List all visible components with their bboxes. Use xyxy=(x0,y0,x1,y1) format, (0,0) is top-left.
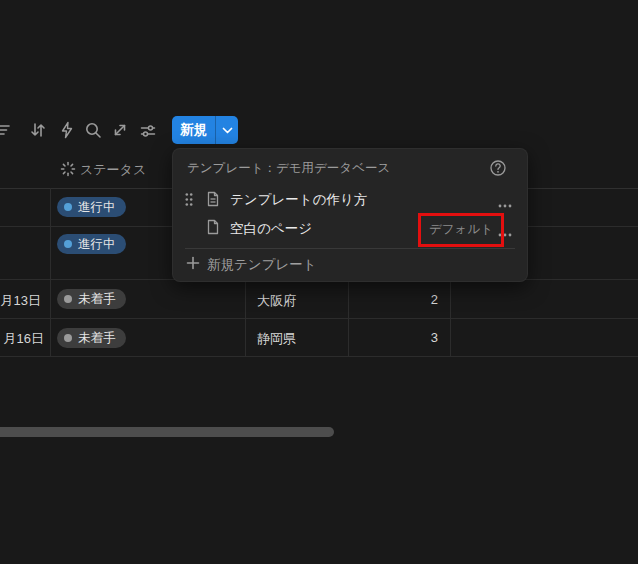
grid-line xyxy=(0,318,638,319)
status-label: 未着手 xyxy=(78,330,116,347)
app-window: 新規 ステータス 進行中 進行中 月13日 xyxy=(0,0,638,564)
status-dot xyxy=(64,203,72,211)
chevron-down-icon xyxy=(222,127,233,134)
more-icon[interactable] xyxy=(497,195,513,213)
status-label: 進行中 xyxy=(78,236,116,253)
document-blank-icon xyxy=(205,219,221,239)
status-dot xyxy=(64,240,72,248)
status-dot xyxy=(64,334,72,342)
search-icon[interactable] xyxy=(84,121,102,139)
status-label: 未着手 xyxy=(78,291,116,308)
new-button-dropdown[interactable] xyxy=(216,116,238,144)
annotation-box xyxy=(418,213,504,247)
help-circle-icon[interactable] xyxy=(489,159,507,177)
template-item[interactable]: 空白のページ xyxy=(230,220,312,238)
new-button[interactable]: 新規 xyxy=(172,116,215,144)
automation-icon[interactable] xyxy=(58,121,76,139)
filter-icon[interactable] xyxy=(0,121,11,139)
horizontal-scrollbar[interactable] xyxy=(0,427,334,437)
status-dot xyxy=(64,295,72,303)
grid-line xyxy=(0,356,638,357)
plus-icon[interactable] xyxy=(185,255,201,275)
cell-count[interactable]: 3 xyxy=(348,330,438,345)
cell-date[interactable]: 月16日 xyxy=(0,330,45,348)
status-badge[interactable]: 進行中 xyxy=(57,234,126,254)
drag-handle-icon[interactable] xyxy=(184,192,194,211)
status-badge[interactable]: 進行中 xyxy=(57,197,126,217)
grid-line xyxy=(50,188,51,357)
template-item[interactable]: テンプレートの作り方 xyxy=(230,191,367,209)
column-header-status[interactable]: ステータス xyxy=(80,161,146,179)
template-menu: テンプレート：デモ用データベース テンプレートの作り方 xyxy=(172,148,528,282)
cell-prefecture[interactable]: 静岡県 xyxy=(257,330,296,348)
cell-date[interactable]: 月13日 xyxy=(0,292,42,310)
cell-prefecture[interactable]: 大阪府 xyxy=(257,292,296,310)
sort-icon[interactable] xyxy=(29,121,47,139)
cell-count[interactable]: 2 xyxy=(348,292,438,307)
status-spinner-icon xyxy=(60,161,76,177)
new-button-group: 新規 xyxy=(172,116,238,144)
status-label: 進行中 xyxy=(78,199,116,216)
new-template-button[interactable]: 新規テンプレート xyxy=(207,256,317,274)
menu-divider xyxy=(185,248,515,249)
status-badge[interactable]: 未着手 xyxy=(57,289,126,309)
template-menu-title: テンプレート：デモ用データベース xyxy=(187,160,390,177)
view-settings-icon[interactable] xyxy=(139,122,157,140)
expand-icon[interactable] xyxy=(111,121,129,139)
status-badge[interactable]: 未着手 xyxy=(57,328,126,348)
document-text-icon xyxy=(205,191,221,211)
